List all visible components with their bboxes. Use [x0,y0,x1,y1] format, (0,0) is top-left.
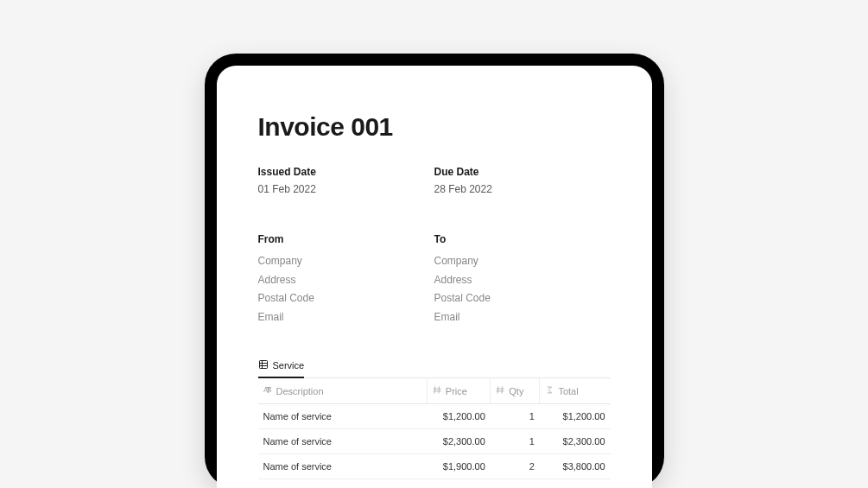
cell-total: $1,200.00 [540,404,611,429]
to-email: Email [434,308,611,327]
cell-qty: 1 [491,429,540,454]
to-address: Address [434,271,611,290]
table-tabs: Service [258,358,611,378]
to-company: Company [434,252,611,271]
svg-line-9 [497,387,498,394]
text-type-icon: Aa [263,385,273,396]
date-row: Issued Date 01 Feb 2022 Due Date 28 Feb … [258,166,611,195]
number-icon [496,385,505,396]
svg-rect-0 [259,361,267,369]
cell-description: Name of service [258,454,428,479]
from-label: From [258,233,434,245]
svg-line-5 [434,387,435,394]
cell-total: $2,300.00 [540,429,611,454]
number-icon [433,385,442,396]
from-email: Email [258,308,434,327]
issued-date-block: Issued Date 01 Feb 2022 [258,166,434,195]
from-address: Address [258,271,434,290]
col-header-total[interactable]: Total [540,378,611,404]
cell-price: $2,300.00 [427,429,490,454]
page-title: Invoice 001 [258,112,611,142]
due-date-block: Due Date 28 Feb 2022 [434,166,611,195]
invoice-document: Invoice 001 Issued Date 01 Feb 2022 Due … [217,66,652,488]
tab-service-label: Service [273,360,305,371]
table-row[interactable]: Name of service $2,300.00 1 $2,300.00 [258,429,611,454]
to-label: To [434,233,611,245]
table-row[interactable]: Name of service $1,900.00 2 $3,800.00 [258,454,611,479]
services-table: Aa Description Price [258,378,611,488]
tablet-frame: Invoice 001 Issued Date 01 Feb 2022 Due … [205,54,664,488]
to-block: To Company Address Postal Code Email [434,233,611,326]
cell-price: $1,900.00 [427,454,490,479]
due-date-label: Due Date [434,166,611,178]
svg-line-6 [439,387,440,394]
party-row: From Company Address Postal Code Email T… [258,233,611,326]
formula-icon [545,385,554,396]
from-postal: Postal Code [258,289,434,308]
services-tbody: Name of service $1,200.00 1 $1,200.00 Na… [258,404,611,488]
table-icon [258,359,269,371]
table-row[interactable]: Name of service $1,200.00 1 $1,200.00 [258,404,611,429]
from-company: Company [258,252,434,271]
issued-date-label: Issued Date [258,166,434,178]
svg-line-10 [502,387,503,394]
cell-price: $1,200.00 [427,404,490,429]
cell-description: Name of service [258,429,428,454]
svg-text:Aa: Aa [263,387,272,395]
col-header-description[interactable]: Aa Description [258,378,428,404]
sum-row: SUM $7,300.00 [258,479,611,488]
cell-total: $3,800.00 [540,454,611,479]
cell-qty: 2 [491,454,540,479]
cell-qty: 1 [491,404,540,429]
from-block: From Company Address Postal Code Email [258,233,434,326]
cell-description: Name of service [258,404,428,429]
issued-date-value: 01 Feb 2022 [258,183,434,195]
tab-service[interactable]: Service [258,359,305,378]
to-postal: Postal Code [434,289,611,308]
col-header-qty[interactable]: Qty [491,378,540,404]
col-header-price[interactable]: Price [427,378,490,404]
due-date-value: 28 Feb 2022 [434,183,611,195]
